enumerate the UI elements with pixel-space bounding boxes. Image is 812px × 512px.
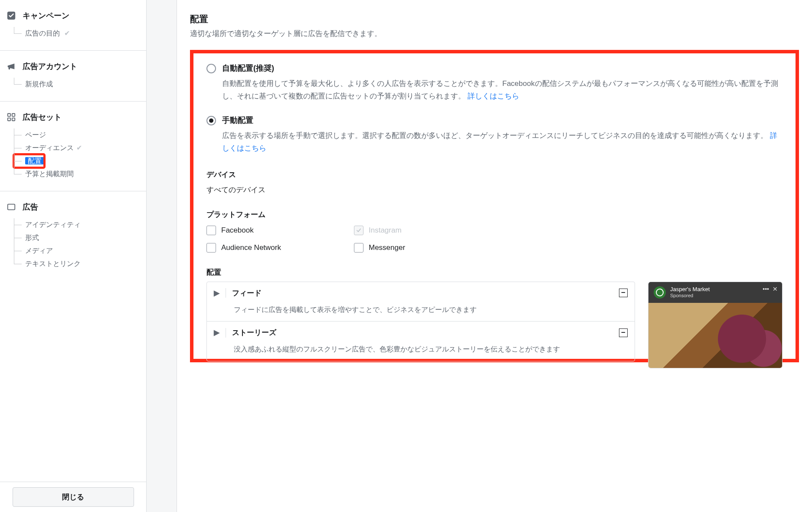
- nav-item-budget[interactable]: 予算と掲載期間: [14, 167, 140, 181]
- nav-section-campaign: キャンペーン 広告の目的 ✔: [0, 0, 146, 51]
- acc-head-stories[interactable]: ▶ ストーリーズ −: [207, 322, 635, 344]
- radio-manual-desc: 広告を表示する場所を手動で選択します。選択する配置の数が多いほど、ターゲットオー…: [222, 130, 783, 155]
- svg-rect-2: [12, 114, 15, 116]
- nav-item-textlinks[interactable]: テキストとリンク: [14, 257, 140, 270]
- section-subtitle: 適切な場所で適切なターゲット層に広告を配信できます。: [190, 29, 799, 39]
- radio-auto-label: 自動配置(推奨): [222, 63, 274, 73]
- nav-item-placement[interactable]: 配置: [14, 154, 44, 167]
- gutter: [147, 0, 177, 512]
- ad-preview: Jasper's Market Sponsored ••• ✕: [648, 282, 783, 368]
- close-button[interactable]: 閉じる: [13, 487, 134, 507]
- checkmark-icon: ✔: [76, 144, 82, 151]
- close-icon[interactable]: ✕: [773, 286, 778, 292]
- auto-placement-block: 自動配置(推奨) 自動配置を使用して予算を最大化し、より多くの人広告を表示するこ…: [206, 63, 783, 103]
- device-value: すべてのデバイス: [206, 185, 783, 195]
- preview-header: Jasper's Market Sponsored ••• ✕: [648, 282, 782, 303]
- checkmark-icon: ✔: [64, 30, 70, 37]
- nav-item-new[interactable]: 新規作成: [14, 78, 140, 91]
- divider: [226, 288, 226, 298]
- acc-body-feed: フィードに広告を掲載して表示を増やすことで、ビジネスをアピールできます: [207, 304, 635, 322]
- collapse-icon[interactable]: −: [619, 328, 628, 337]
- preview-title: Jasper's Market Sponsored: [670, 286, 710, 298]
- nav-account-title: 広告アカウント: [23, 61, 77, 72]
- nav-head-ad[interactable]: 広告: [6, 202, 140, 212]
- nav-item-identity[interactable]: アイデンティティ: [14, 218, 140, 231]
- nav-ad-title: 広告: [23, 202, 38, 212]
- manual-placement-block: 手動配置 広告を表示する場所を手動で選択します。選択する配置の数が多いほど、ター…: [206, 115, 783, 155]
- nav-campaign-title: キャンペーン: [23, 10, 69, 21]
- avatar-icon: [654, 286, 666, 299]
- checkbox-icon: [206, 243, 216, 253]
- divider: [226, 328, 226, 338]
- more-icon[interactable]: •••: [763, 286, 769, 292]
- nav-head-campaign[interactable]: キャンペーン: [6, 10, 140, 21]
- platform-heading: プラットフォーム: [206, 210, 783, 220]
- device-heading: デバイス: [206, 170, 783, 180]
- nav-head-adset[interactable]: 広告セット: [6, 112, 140, 122]
- nav-item-audience[interactable]: オーディエンス✔: [14, 141, 140, 154]
- nav-section-ad: 広告 アイデンティティ 形式 メディア テキストとリンク: [0, 191, 146, 281]
- checkbox-icon: [354, 243, 363, 253]
- megaphone-icon: [6, 62, 16, 71]
- nav-section-account: 広告アカウント 新規作成: [0, 51, 146, 102]
- main-panel: 配置 適切な場所で適切なターゲット層に広告を配信できます。 自動配置(推奨) 自…: [177, 0, 812, 512]
- svg-rect-4: [12, 118, 15, 121]
- grid-icon: [6, 112, 16, 122]
- acc-item-stories: ▶ ストーリーズ − 没入感あふれる縦型のフルスクリーン広告で、色彩豊かなビジュ…: [207, 321, 635, 361]
- nav-item-objective[interactable]: 広告の目的 ✔: [14, 27, 140, 40]
- checkbox-messenger[interactable]: Messenger: [354, 243, 484, 253]
- checkbox-audience-network[interactable]: Audience Network: [206, 243, 337, 253]
- acc-head-feed[interactable]: ▶ フィード −: [207, 282, 635, 304]
- close-bar: 閉じる: [0, 482, 146, 512]
- placements-heading: 配置: [206, 267, 783, 277]
- collapse-icon[interactable]: −: [619, 289, 628, 297]
- caret-right-icon: ▶: [214, 289, 219, 298]
- radio-auto-desc: 自動配置を使用して予算を最大化し、より多くの人広告を表示することができます。Fa…: [222, 78, 783, 103]
- nav-adset-title: 広告セット: [23, 112, 62, 122]
- checkbox-checked-icon: [354, 226, 363, 235]
- checkbox-instagram[interactable]: Instagram: [354, 226, 484, 235]
- acc-item-feed: ▶ フィード − フィードに広告を掲載して表示を増やすことで、ビジネスをアピール…: [207, 282, 635, 322]
- svg-rect-1: [8, 114, 10, 116]
- checkbox-icon: [206, 226, 216, 235]
- nav-head-account[interactable]: 広告アカウント: [6, 61, 140, 72]
- rectangle-icon: [6, 202, 16, 212]
- section-title: 配置: [190, 13, 799, 25]
- preview-image: [648, 303, 782, 368]
- highlight-frame: 自動配置(推奨) 自動配置を使用して予算を最大化し、より多くの人広告を表示するこ…: [190, 50, 799, 362]
- radio-manual[interactable]: [206, 116, 216, 125]
- caret-right-icon: ▶: [214, 328, 219, 337]
- nav-item-page[interactable]: ページ: [14, 128, 140, 141]
- checkbox-filled-icon: [6, 11, 16, 20]
- placements-accordion: ▶ フィード − フィードに広告を掲載して表示を増やすことで、ビジネスをアピール…: [206, 282, 635, 361]
- radio-auto[interactable]: [206, 64, 216, 73]
- svg-rect-5: [8, 204, 15, 210]
- nav-section-adset: 広告セット ページ オーディエンス✔ 配置 予算と掲載期間: [0, 102, 146, 191]
- nav-item-media[interactable]: メディア: [14, 244, 140, 257]
- nav-item-format[interactable]: 形式: [14, 231, 140, 244]
- sidebar: キャンペーン 広告の目的 ✔ 広告アカウント 新規作成: [0, 0, 147, 512]
- platform-grid: Facebook Instagram Audience Network Mess…: [206, 226, 783, 253]
- radio-manual-label: 手動配置: [222, 115, 253, 125]
- learn-more-auto-link[interactable]: 詳しくはこちら: [468, 92, 519, 100]
- checkbox-facebook[interactable]: Facebook: [206, 226, 337, 235]
- acc-body-stories: 没入感あふれる縦型のフルスクリーン広告で、色彩豊かなビジュアルストーリーを伝える…: [207, 344, 635, 361]
- svg-rect-3: [8, 118, 10, 121]
